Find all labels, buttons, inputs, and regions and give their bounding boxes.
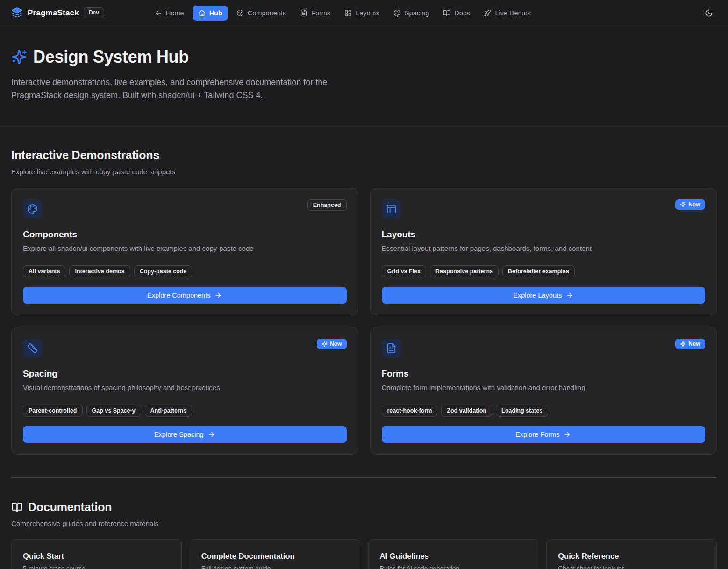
doc-card-title: Complete Documentation xyxy=(201,552,349,561)
doc-card-description: Cheat sheet for lookups xyxy=(558,565,705,569)
nav-item-layouts[interactable]: Layouts xyxy=(339,6,385,21)
nav-item-home[interactable]: Home xyxy=(149,6,190,21)
card-title: Layouts xyxy=(382,229,706,240)
nav-item-forms[interactable]: Forms xyxy=(294,6,336,21)
page-subtitle: Interactive demonstrations, live example… xyxy=(11,76,357,102)
card-description: Essential layout patterns for pages, das… xyxy=(382,243,706,253)
navbar: PragmaStack Dev Home Hub Components Fo xyxy=(0,0,728,26)
demo-card-spacing: New Spacing Visual demonstrations of spa… xyxy=(11,327,358,455)
nav-item-hub[interactable]: Hub xyxy=(193,6,228,21)
sparkles-icon xyxy=(680,341,686,347)
demo-card-components: Enhanced Components Explore all shadcn/u… xyxy=(11,188,358,315)
layout-dashboard-icon xyxy=(344,9,352,17)
arrow-right-icon xyxy=(566,292,573,299)
doc-card-title: Quick Start xyxy=(23,552,170,561)
arrow-right-icon xyxy=(208,431,215,438)
demo-card-grid: Enhanced Components Explore all shadcn/u… xyxy=(11,188,717,455)
hero-section: Design System Hub Interactive demonstrat… xyxy=(0,26,728,126)
nav-item-components[interactable]: Components xyxy=(231,6,292,21)
explore-spacing-button[interactable]: Explore Spacing xyxy=(23,426,347,443)
explore-components-button[interactable]: Explore Components xyxy=(23,287,347,304)
demos-section: Interactive Demonstrations Explore live … xyxy=(0,126,728,478)
tag-badge: Loading states xyxy=(496,405,548,417)
tag-badge: Parent-controlled xyxy=(23,405,83,417)
sparkles-icon xyxy=(680,201,686,207)
tag-badge: Gap vs Space-y xyxy=(86,405,141,417)
sparkles-icon xyxy=(321,341,328,347)
box-icon xyxy=(236,9,244,17)
theme-toggle-button[interactable] xyxy=(701,5,717,21)
demo-card-layouts: New Layouts Essential layout patterns fo… xyxy=(370,188,717,315)
file-text-icon xyxy=(382,339,401,358)
brand[interactable]: PragmaStack Dev xyxy=(11,7,104,19)
tag-badge: All variants xyxy=(23,265,65,277)
tag-badge: Zod validation xyxy=(441,405,492,417)
docs-section: Documentation Comprehensive guides and r… xyxy=(0,478,728,569)
book-open-icon xyxy=(443,9,450,17)
brand-name: PragmaStack xyxy=(28,8,79,18)
palette-icon xyxy=(23,199,42,219)
tag-badge: Copy-paste code xyxy=(134,265,193,277)
explore-forms-button[interactable]: Explore Forms xyxy=(382,426,706,443)
status-badge: Enhanced xyxy=(307,199,347,211)
tag-badge: Responsive patterns xyxy=(430,265,499,277)
card-title: Spacing xyxy=(23,369,347,379)
demos-heading: Interactive Demonstrations xyxy=(11,149,159,162)
card-title: Components xyxy=(23,229,347,240)
home-icon xyxy=(198,9,206,17)
explore-layouts-button[interactable]: Explore Layouts xyxy=(382,287,706,304)
nav-item-live-demos[interactable]: Live Demos xyxy=(478,6,536,21)
doc-card-description: 5-minute crash course xyxy=(23,565,170,569)
doc-card-ai-guidelines[interactable]: AI Guidelines Rules for AI code generati… xyxy=(368,539,539,569)
new-badge: New xyxy=(317,339,347,349)
card-description: Visual demonstrations of spacing philoso… xyxy=(23,383,347,392)
docs-subheading: Comprehensive guides and reference mater… xyxy=(11,519,717,527)
moon-icon xyxy=(705,9,713,17)
layers-logo-icon xyxy=(11,7,23,19)
env-badge: Dev xyxy=(84,7,104,18)
palette-icon xyxy=(393,9,401,17)
main-nav: Home Hub Components Forms Layouts xyxy=(149,6,536,21)
new-badge: New xyxy=(675,339,705,349)
doc-card-title: Quick Reference xyxy=(558,552,705,561)
demos-subheading: Explore live examples with copy-paste co… xyxy=(11,168,717,176)
demo-card-forms: New Forms Complete form implementations … xyxy=(370,327,717,455)
arrow-left-icon xyxy=(155,9,162,17)
tag-badge: Grid vs Flex xyxy=(382,265,427,277)
arrow-right-icon xyxy=(564,431,571,438)
doc-card-description: Rules for AI code generation xyxy=(380,565,527,569)
tag-badge: Before/after examples xyxy=(502,265,575,277)
tag-badge: Anti-patterns xyxy=(145,405,193,417)
nav-item-docs[interactable]: Docs xyxy=(437,6,475,21)
new-badge: New xyxy=(675,199,705,210)
rocket-icon xyxy=(484,9,491,17)
card-description: Explore all shadcn/ui components with li… xyxy=(23,243,347,253)
doc-card-quick-start[interactable]: Quick Start 5-minute crash course xyxy=(11,539,182,569)
book-open-icon xyxy=(11,501,23,513)
card-description: Complete form implementations with valid… xyxy=(382,383,706,392)
doc-card-title: AI Guidelines xyxy=(380,552,527,561)
sparkles-icon xyxy=(11,49,27,65)
doc-card-grid: Quick Start 5-minute crash course Comple… xyxy=(11,539,717,569)
doc-card-complete-documentation[interactable]: Complete Documentation Full design syste… xyxy=(190,539,360,569)
page-title: Design System Hub xyxy=(33,47,189,67)
file-text-icon xyxy=(300,9,307,17)
tag-badge: react-hook-form xyxy=(382,405,438,417)
doc-card-quick-reference[interactable]: Quick Reference Cheat sheet for lookups xyxy=(546,539,717,569)
nav-item-spacing[interactable]: Spacing xyxy=(388,6,435,21)
layout-panel-icon xyxy=(382,199,401,219)
arrow-right-icon xyxy=(214,292,222,299)
doc-card-description: Full design system guide xyxy=(201,565,349,569)
ruler-icon xyxy=(23,339,42,358)
tag-badge: Interactive demos xyxy=(69,265,130,277)
card-title: Forms xyxy=(382,369,706,379)
docs-heading: Documentation xyxy=(28,500,112,514)
